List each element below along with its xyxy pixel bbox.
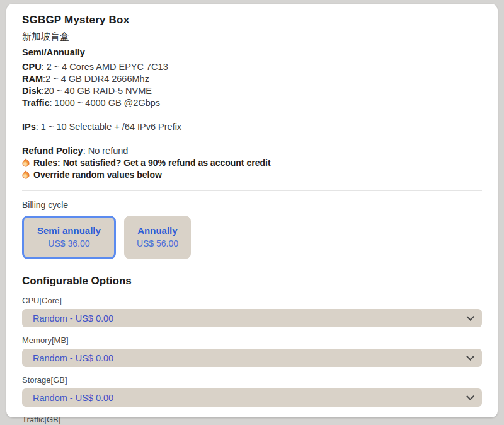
option-group-cpu: CPU[Core] Random - US$ 0.00 (16, 296, 488, 327)
option-select-memory[interactable]: Random - US$ 0.00 (22, 349, 482, 367)
spec-ips-label: IPs (22, 122, 36, 132)
product-cycle-summary: Semi/Annually (22, 47, 482, 57)
flame-icon (21, 170, 31, 180)
rule-override-text: Override random values below (33, 169, 162, 181)
option-select-storage[interactable]: Random - US$ 0.00 (22, 388, 482, 407)
product-description: SGBGP Mystery Box 新加坡盲盒 Semi/Annually CP… (16, 14, 488, 181)
page-background: SGBGP Mystery Box 新加坡盲盒 Semi/Annually CP… (0, 0, 504, 425)
refund-policy: Refund Policy: No refund (22, 145, 482, 157)
billing-cycle-label: Billing cycle (22, 200, 482, 210)
spec-disk-value: :20 ~ 40 GB RAID-5 NVME (42, 86, 152, 96)
product-title: SGBGP Mystery Box (22, 14, 482, 26)
refund-policy-value: : No refund (83, 146, 129, 156)
billing-option-price: US$ 36.00 (37, 237, 101, 250)
billing-cycle-section: Billing cycle Semi annually US$ 36.00 An… (16, 200, 488, 259)
option-selected-value: Random - US$ 0.00 (33, 393, 466, 403)
billing-option-price: US$ 56.00 (137, 237, 178, 250)
spec-disk-label: Disk (22, 86, 42, 96)
spec-disk: Disk:20 ~ 40 GB RAID-5 NVME (22, 85, 482, 97)
spec-cpu-label: CPU (22, 62, 42, 72)
spec-traffic-value: : 1000 ~ 4000 GB @2Gbps (50, 98, 161, 108)
billing-option-name: Semi annually (37, 224, 101, 237)
billing-cycle-options: Semi annually US$ 36.00 Annually US$ 56.… (22, 216, 482, 259)
option-selected-value: Random - US$ 0.00 (33, 353, 466, 363)
spec-ips: IPs: 1 ~ 10 Selectable + /64 IPv6 Prefix (22, 121, 482, 133)
billing-option-annually[interactable]: Annually US$ 56.00 (124, 216, 191, 259)
option-selected-value: Random - US$ 0.00 (33, 313, 466, 323)
spec-traffic-label: Traffic (22, 98, 50, 108)
rule-refund-credit: Rules: Not satisfied? Get a 90% refund a… (22, 157, 482, 169)
spec-traffic: Traffic: 1000 ~ 4000 GB @2Gbps (22, 97, 482, 109)
spec-cpu: CPU: 2 ~ 4 Cores AMD EPYC 7C13 (22, 61, 482, 73)
rule-refund-credit-text: Rules: Not satisfied? Get a 90% refund a… (33, 157, 271, 169)
option-group-traffic: Traffic[GB] Random - US$ 0.00 (16, 415, 488, 425)
option-group-memory: Memory[MB] Random - US$ 0.00 (16, 335, 488, 367)
option-select-cpu[interactable]: Random - US$ 0.00 (22, 309, 482, 327)
spec-ips-value: : 1 ~ 10 Selectable + /64 IPv6 Prefix (36, 122, 181, 132)
refund-policy-label: Refund Policy (22, 146, 83, 156)
product-subtitle: 新加坡盲盒 (22, 31, 482, 43)
product-card: SGBGP Mystery Box 新加坡盲盒 Semi/Annually CP… (6, 4, 498, 417)
chevron-down-icon (466, 392, 474, 400)
option-label-traffic: Traffic[GB] (22, 415, 482, 424)
chevron-down-icon (466, 352, 474, 361)
option-label-memory: Memory[MB] (22, 335, 482, 345)
billing-option-name: Annually (137, 224, 178, 237)
option-group-storage: Storage[GB] Random - US$ 0.00 (16, 375, 488, 407)
billing-option-semi-annually[interactable]: Semi annually US$ 36.00 (22, 216, 116, 259)
spec-cpu-value: : 2 ~ 4 Cores AMD EPYC 7C13 (42, 62, 168, 72)
option-label-cpu: CPU[Core] (22, 296, 482, 305)
flame-icon (21, 158, 31, 168)
spec-ram-label: RAM (22, 74, 43, 84)
spec-ram: RAM:2 ~ 4 GB DDR4 2666Mhz (22, 73, 482, 85)
spec-ram-value: :2 ~ 4 GB DDR4 2666Mhz (43, 74, 149, 84)
configurable-options-heading: Configurable Options (22, 275, 482, 288)
option-label-storage: Storage[GB] (22, 375, 482, 385)
rule-override: Override random values below (22, 169, 482, 181)
section-divider (22, 190, 482, 191)
chevron-down-icon (466, 313, 474, 321)
